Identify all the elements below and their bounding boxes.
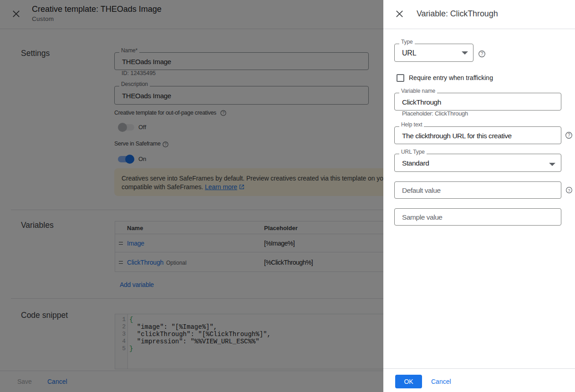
svg-text:?: ? xyxy=(568,188,570,193)
svg-text:?: ? xyxy=(481,51,483,56)
svg-text:?: ? xyxy=(568,133,570,138)
